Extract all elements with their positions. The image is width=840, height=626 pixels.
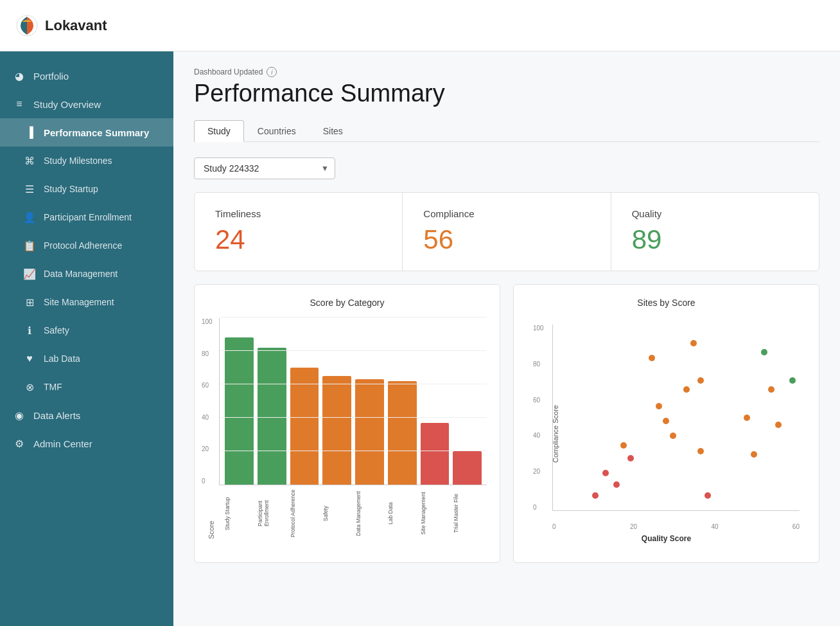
sidebar-item-label: Study Milestones [44, 156, 112, 166]
bar-label: Study Startup [224, 488, 253, 539]
study-selector-row: Study 224332 ▼ [194, 157, 819, 179]
bar-label: Site Management [420, 488, 449, 539]
scatter-x-tick: 40 [711, 523, 718, 530]
grid-line [220, 417, 487, 418]
sidebar-item-performance-summary[interactable]: ▐ Performance Summary [0, 118, 173, 147]
sidebar-item-label: Lab Data [44, 353, 80, 364]
grid-line [220, 451, 487, 451]
scatter-dot [761, 349, 767, 355]
metric-value-compliance: 56 [423, 224, 590, 255]
scatter-dot [697, 377, 704, 384]
scatter-dot [690, 340, 697, 346]
y-tick-label: 40 [202, 414, 213, 421]
bars-container [220, 318, 487, 485]
bar-item [225, 337, 254, 485]
data-management-icon: 📈 [23, 267, 36, 280]
sidebar-item-protocol-adherence[interactable]: 📋 Protocol Adherence [0, 231, 173, 260]
logo-text: Lokavant [45, 17, 107, 34]
performance-summary-icon: ▐ [23, 126, 36, 139]
scatter-chart-card: Sites by Score Compliance Score 10080604… [513, 284, 819, 563]
scatter-y-tick: 80 [533, 361, 544, 368]
bar-label: Participant Enrollment [257, 488, 286, 539]
grid-line [220, 317, 487, 317]
sidebar-item-label: Portfolio [33, 71, 69, 82]
tab-sites[interactable]: Sites [310, 120, 356, 142]
scatter-dot [656, 403, 662, 409]
metric-label-quality: Quality [632, 208, 798, 219]
sidebar-item-admin-center[interactable]: ⚙ Admin Center [0, 429, 173, 458]
sidebar-item-label: Data Alerts [33, 410, 80, 421]
scatter-dot [768, 386, 774, 393]
sidebar-item-study-startup[interactable]: ☰ Study Startup [0, 175, 173, 203]
info-icon[interactable]: i [267, 67, 277, 77]
lab-data-icon: ♥ [23, 352, 36, 365]
sidebar-item-label: Study Startup [44, 184, 98, 194]
bar-label: Data Management [355, 488, 384, 539]
safety-icon: ℹ [23, 324, 36, 337]
sidebar-item-data-management[interactable]: 📈 Data Management [0, 260, 173, 288]
bar-labels-row: Study StartupParticipant EnrollmentProto… [219, 488, 487, 539]
site-management-icon: ⊞ [23, 296, 36, 309]
bar-item [258, 348, 286, 485]
logo-area: Lokavant [15, 14, 107, 37]
sidebar-item-label: Safety [44, 325, 69, 335]
bar-item [388, 381, 417, 485]
grid-line [220, 350, 487, 351]
sidebar-item-safety[interactable]: ℹ Safety [0, 316, 173, 344]
bar-label: Safety [322, 488, 351, 539]
tab-countries[interactable]: Countries [244, 120, 310, 142]
sidebar-item-tmf[interactable]: ⊗ TMF [0, 373, 173, 401]
content-area: Dashboard Updated i Performance Summary … [173, 51, 840, 626]
sidebar-item-site-management[interactable]: ⊞ Site Management [0, 288, 173, 316]
scatter-dot [613, 481, 620, 488]
scatter-x-ticks: 0204060 [552, 523, 800, 530]
bar-label: Trial Master File [453, 488, 482, 539]
sidebar-item-participant-enrollment[interactable]: 👤 Participant Enrollment [0, 203, 173, 231]
metric-card-timeliness: Timeliness 24 [195, 193, 403, 271]
metrics-row: Timeliness 24 Compliance 56 Quality 89 [194, 192, 819, 271]
study-overview-icon: ≡ [13, 98, 26, 111]
scatter-axes [552, 325, 800, 511]
study-dropdown-wrapper[interactable]: Study 224332 ▼ [194, 157, 335, 179]
y-tick-label: 80 [202, 350, 213, 357]
scatter-dot [620, 442, 627, 449]
bar-item [355, 379, 384, 485]
data-alerts-icon: ◉ [13, 409, 26, 422]
sidebar-item-label: TMF [44, 382, 62, 392]
lokavant-logo-icon [15, 14, 39, 37]
bar-label: Protocol Adherence [290, 488, 319, 539]
bar-label: Lab Data [387, 488, 416, 539]
sidebar-item-study-overview[interactable]: ≡ Study Overview [0, 90, 173, 118]
metric-value-quality: 89 [632, 224, 798, 255]
sidebar: ◕ Portfolio ≡ Study Overview ▐ Performan… [0, 51, 173, 626]
dashboard-updated-label: Dashboard Updated [194, 67, 263, 76]
page-title: Performance Summary [194, 80, 819, 107]
grid-line [220, 384, 487, 384]
scatter-y-tick: 100 [533, 325, 544, 332]
tab-study[interactable]: Study [194, 120, 244, 142]
scatter-dot [751, 451, 757, 458]
main-layout: ◕ Portfolio ≡ Study Overview ▐ Performan… [0, 51, 840, 626]
sidebar-item-portfolio[interactable]: ◕ Portfolio [0, 62, 173, 90]
scatter-dot [683, 386, 690, 393]
sidebar-item-lab-data[interactable]: ♥ Lab Data [0, 344, 173, 373]
metric-card-quality: Quality 89 [611, 193, 819, 271]
scatter-dot [744, 415, 750, 421]
scatter-y-tick: 20 [533, 468, 544, 475]
dashboard-updated-row: Dashboard Updated i [194, 67, 819, 77]
metric-value-timeliness: 24 [215, 224, 381, 255]
sidebar-item-study-milestones[interactable]: ⌘ Study Milestones [0, 147, 173, 175]
study-dropdown[interactable]: Study 224332 [194, 157, 335, 179]
scatter-x-tick: 20 [630, 523, 637, 530]
bar-item [322, 376, 351, 485]
scatter-dot [602, 470, 609, 476]
scatter-x-label: Quality Score [642, 534, 691, 543]
scatter-y-tick: 40 [533, 432, 544, 439]
bar-chart-inner: 100806040200 Study StartupParticipant En… [219, 318, 487, 539]
sidebar-item-label: Data Management [44, 269, 118, 279]
scatter-chart-title: Sites by Score [527, 298, 806, 308]
study-milestones-icon: ⌘ [23, 154, 36, 167]
sidebar-item-data-alerts[interactable]: ◉ Data Alerts [0, 401, 173, 429]
sidebar-item-label: Performance Summary [44, 127, 149, 138]
bar-item [290, 368, 319, 485]
